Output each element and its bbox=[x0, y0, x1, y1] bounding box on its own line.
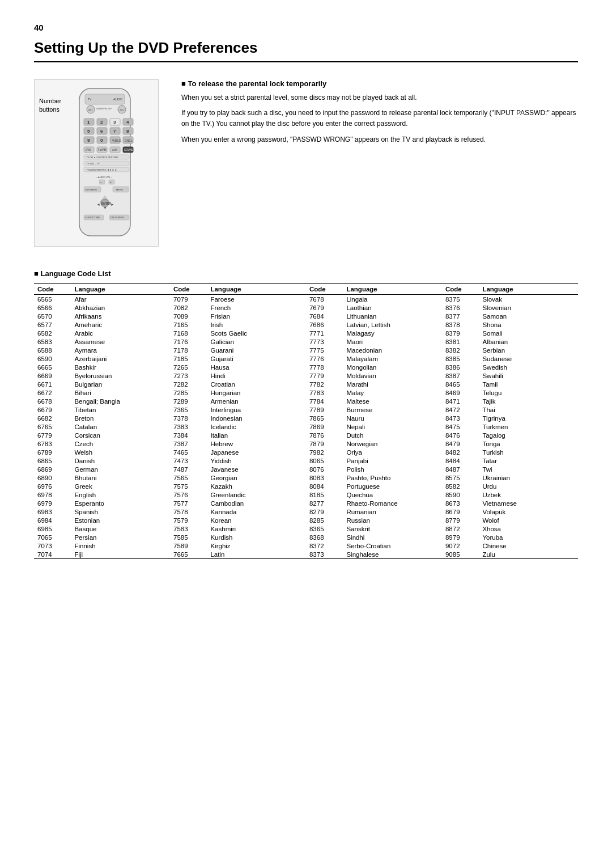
top-section: Numberbuttons TV AUDIO Φ/I DIMMER SLEEP … bbox=[34, 79, 578, 247]
lang-code: 7383 bbox=[170, 422, 207, 431]
lang-code: 8979 bbox=[442, 533, 479, 541]
svg-text:DVD: DVD bbox=[86, 149, 91, 151]
lang-name: Malay bbox=[343, 388, 442, 397]
col1-code-header: Code bbox=[34, 284, 71, 295]
lang-code: 6682 bbox=[34, 414, 71, 422]
lang-name: Pashto, Pushto bbox=[343, 473, 442, 482]
lang-name: Chinese bbox=[479, 541, 578, 550]
lang-name: Burmese bbox=[343, 405, 442, 414]
lang-name: Aymara bbox=[71, 346, 170, 354]
lang-name: Yiddish bbox=[207, 456, 306, 465]
lang-code: 7365 bbox=[170, 405, 207, 414]
lang-name: Kazakh bbox=[207, 482, 306, 490]
lang-code: 7575 bbox=[170, 482, 207, 490]
lang-name: Samoan bbox=[479, 312, 578, 320]
table-row: 6789Welsh7465Japanese7982Oriya8482Turkis… bbox=[34, 448, 578, 456]
lang-name: Uzbek bbox=[479, 490, 578, 499]
lang-code: 7583 bbox=[170, 524, 207, 533]
table-row: 6570Afrikaans7089Frisian7684Lithuanian83… bbox=[34, 312, 578, 320]
table-row: 6783Czech7387Hebrew7879Norwegian8479Tong… bbox=[34, 439, 578, 448]
lang-code: 6582 bbox=[34, 329, 71, 337]
parental-section: To release the parental lock temporarily… bbox=[181, 79, 578, 247]
lang-name: Bhutani bbox=[71, 473, 170, 482]
lang-code: 8379 bbox=[442, 329, 479, 337]
lang-name: Corsican bbox=[71, 431, 170, 439]
lang-name: French bbox=[207, 303, 306, 312]
lang-code: 6779 bbox=[34, 431, 71, 439]
lang-code: 7065 bbox=[34, 533, 71, 541]
lang-name: Korean bbox=[207, 516, 306, 524]
lang-code: 8076 bbox=[306, 465, 343, 473]
lang-name: Maori bbox=[343, 337, 442, 346]
svg-text:3: 3 bbox=[113, 120, 116, 125]
lang-name: Malagasy bbox=[343, 329, 442, 337]
svg-text:SOUND: SOUND bbox=[124, 149, 134, 151]
svg-text:Φ/I: Φ/I bbox=[88, 108, 92, 112]
lang-name: Malayalam bbox=[343, 354, 442, 363]
col4-code-header: Code bbox=[442, 284, 479, 295]
lang-name: Bengali; Bangla bbox=[71, 397, 170, 405]
lang-name: Vietnamese bbox=[479, 499, 578, 507]
lang-code: 6566 bbox=[34, 303, 71, 312]
lang-name: Quechua bbox=[343, 490, 442, 499]
table-row: 6565Afar7079Faroese7678Lingala8375Slovak bbox=[34, 295, 578, 304]
lang-name: Laothian bbox=[343, 303, 442, 312]
svg-text:CHOICE TIME: CHOICE TIME bbox=[85, 216, 100, 219]
table-row: 6679Tibetan7365Interlingua7789Burmese847… bbox=[34, 405, 578, 414]
col2-code-header: Code bbox=[170, 284, 207, 295]
lang-name: Lingala bbox=[343, 295, 442, 304]
lang-name: Gujarati bbox=[207, 354, 306, 363]
lang-code: 7473 bbox=[170, 456, 207, 465]
lang-name: Mongolian bbox=[343, 363, 442, 371]
lang-code: 7089 bbox=[170, 312, 207, 320]
lang-name: Persian bbox=[71, 533, 170, 541]
svg-text:0: 0 bbox=[100, 138, 103, 143]
parental-p2: If you try to play back such a disc, you… bbox=[181, 108, 578, 129]
lang-code: 6565 bbox=[34, 295, 71, 304]
svg-text:2: 2 bbox=[100, 120, 103, 125]
lang-code: 8365 bbox=[306, 524, 343, 533]
lang-name: Maltese bbox=[343, 397, 442, 405]
table-row: 6678Bengali; Bangla7289Armenian7784Malte… bbox=[34, 397, 578, 405]
lang-name: Rhaeto-Romance bbox=[343, 499, 442, 507]
lang-code: 6679 bbox=[34, 405, 71, 414]
lang-name: Spanish bbox=[71, 507, 170, 516]
svg-text:TOP MENU: TOP MENU bbox=[85, 188, 97, 191]
lang-code: 6865 bbox=[34, 456, 71, 465]
lang-name: Frisian bbox=[207, 312, 306, 320]
lang-code: 7869 bbox=[306, 422, 343, 431]
lang-code: 7079 bbox=[170, 295, 207, 304]
lang-code: 7665 bbox=[170, 550, 207, 559]
lang-code: 8084 bbox=[306, 482, 343, 490]
lang-code: 7289 bbox=[170, 397, 207, 405]
lang-code: 8779 bbox=[442, 516, 479, 524]
lang-code: 7265 bbox=[170, 363, 207, 371]
lang-code: 8476 bbox=[442, 431, 479, 439]
lang-code: 8277 bbox=[306, 499, 343, 507]
lang-code: 8475 bbox=[442, 422, 479, 431]
table-row: 7074Fiji7665Latin8373Singhalese9085Zulu bbox=[34, 550, 578, 559]
lang-name: Bashkir bbox=[71, 363, 170, 371]
lang-code: 8285 bbox=[306, 516, 343, 524]
lang-name: Hausa bbox=[207, 363, 306, 371]
lang-name: Ukrainian bbox=[479, 473, 578, 482]
lang-code: 8376 bbox=[442, 303, 479, 312]
lang-name: Javanese bbox=[207, 465, 306, 473]
lang-name: Serbian bbox=[479, 346, 578, 354]
svg-text:9: 9 bbox=[87, 138, 90, 143]
lang-code: 7073 bbox=[34, 541, 71, 550]
table-row: 6583Assamese7176Galician7773Maori8381Alb… bbox=[34, 337, 578, 346]
lang-code: 6789 bbox=[34, 448, 71, 456]
lang-code: 6588 bbox=[34, 346, 71, 354]
lang-name: Danish bbox=[71, 456, 170, 465]
lang-name: Rumanian bbox=[343, 507, 442, 516]
lang-name: Hebrew bbox=[207, 439, 306, 448]
lang-name: Afrikaans bbox=[71, 312, 170, 320]
lang-name: Byelorussian bbox=[71, 371, 170, 380]
lang-code: 8377 bbox=[442, 312, 479, 320]
svg-text:8: 8 bbox=[126, 129, 129, 134]
lang-code: 8469 bbox=[442, 388, 479, 397]
lang-code: 7778 bbox=[306, 363, 343, 371]
lang-name: Lithuanian bbox=[343, 312, 442, 320]
lang-code: 8487 bbox=[442, 465, 479, 473]
